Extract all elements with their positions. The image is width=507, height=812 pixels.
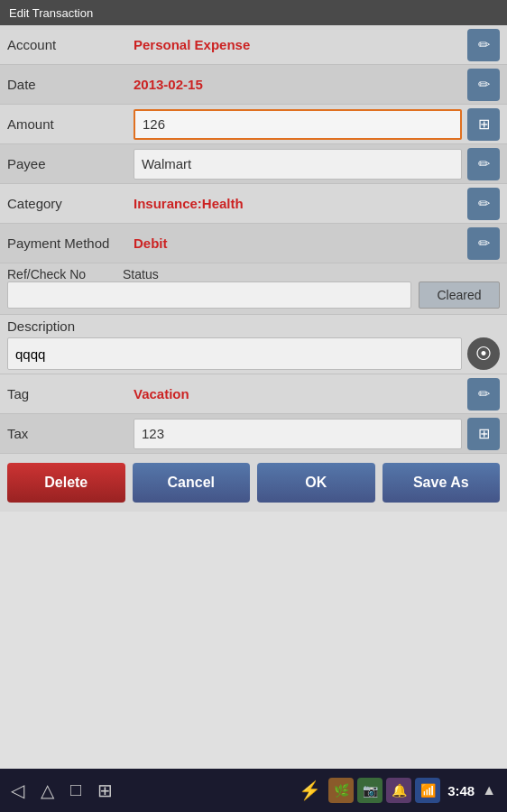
ref-check-input[interactable] — [7, 281, 411, 309]
ref-status-inputs: Cleared — [0, 281, 507, 314]
account-label: Account — [7, 37, 134, 52]
tag-row: Tag Vacation ✏ — [0, 374, 507, 414]
signal-icon: ▲ — [482, 782, 496, 798]
tag-value: Vacation — [134, 386, 467, 401]
cancel-button[interactable]: Cancel — [133, 463, 251, 503]
description-label: Description — [7, 318, 500, 334]
charge-icon: ⚡ — [299, 780, 321, 801]
recents-icon[interactable]: □ — [70, 780, 81, 801]
account-row: Account Personal Expense ✏ — [0, 25, 507, 65]
payee-label: Payee — [7, 156, 134, 171]
home-icon[interactable]: △ — [41, 780, 54, 801]
app-icon-2[interactable]: 📷 — [357, 778, 383, 803]
tag-label: Tag — [7, 386, 134, 401]
app-icon-3[interactable]: 🔔 — [386, 778, 411, 803]
category-label: Category — [7, 196, 134, 211]
account-edit-button[interactable]: ✏ — [467, 29, 500, 61]
status-label: Status — [123, 267, 177, 281]
amount-label: Amount — [7, 116, 134, 132]
delete-button[interactable]: Delete — [7, 463, 125, 503]
ref-check-label: Ref/Check No — [7, 267, 115, 281]
amount-calc-button[interactable]: ⊞ — [467, 108, 500, 141]
date-row: Date 2013-02-15 ✏ — [0, 65, 507, 105]
tax-label: Tax — [7, 426, 134, 441]
ok-button[interactable]: OK — [257, 463, 375, 503]
app-icons: 🌿 📷 🔔 📶 — [328, 778, 440, 803]
main-form: Account Personal Expense ✏ Date 2013-02-… — [0, 25, 507, 512]
app-icon-1[interactable]: 🌿 — [328, 778, 354, 803]
menu-icon[interactable]: ⊞ — [97, 780, 113, 801]
date-edit-button[interactable]: ✏ — [467, 69, 500, 101]
tax-row: Tax ⊞ — [0, 414, 507, 454]
tax-calc-button[interactable]: ⊞ — [467, 418, 500, 450]
description-input-row: ⦿ — [7, 337, 500, 370]
category-row: Category Insurance:Health ✏ — [0, 184, 507, 224]
category-edit-button[interactable]: ✏ — [467, 188, 500, 220]
description-input[interactable] — [7, 337, 462, 370]
payment-method-row: Payment Method Debit ✏ — [0, 224, 507, 263]
back-icon[interactable]: ◁ — [11, 780, 24, 801]
title-label: Edit Transaction — [9, 6, 93, 20]
button-row: Delete Cancel OK Save As — [0, 454, 507, 512]
account-value: Personal Expense — [134, 37, 467, 52]
amount-row: Amount ⊞ — [0, 105, 507, 144]
category-value: Insurance:Health — [134, 196, 467, 211]
tag-edit-button[interactable]: ✏ — [467, 378, 500, 411]
nav-left-icons: ◁ △ □ ⊞ — [11, 780, 113, 801]
app-icon-4[interactable]: 📶 — [415, 778, 440, 803]
ref-status-labels: Ref/Check No Status — [0, 263, 507, 281]
date-label: Date — [7, 77, 134, 92]
description-row: Description ⦿ — [0, 315, 507, 374]
tax-input[interactable] — [134, 419, 462, 449]
title-bar: Edit Transaction — [0, 0, 507, 25]
time-display: 3:48 — [447, 783, 475, 798]
date-value: 2013-02-15 — [134, 77, 467, 92]
camera-icon-button[interactable]: ⦿ — [467, 337, 500, 370]
amount-input[interactable] — [134, 109, 462, 140]
save-as-button[interactable]: Save As — [383, 463, 501, 503]
payee-row: Payee ✏ — [0, 144, 507, 184]
ref-status-container: Ref/Check No Status Cleared — [0, 263, 507, 315]
payment-method-edit-button[interactable]: ✏ — [467, 227, 500, 260]
payment-method-value: Debit — [134, 235, 467, 251]
payment-method-label: Payment Method — [7, 235, 134, 251]
payee-input[interactable] — [134, 149, 462, 180]
nav-right: ⚡ 🌿 📷 🔔 📶 3:48 ▲ — [299, 778, 496, 803]
nav-bar: ◁ △ □ ⊞ ⚡ 🌿 📷 🔔 📶 3:48 ▲ — [0, 769, 507, 812]
status-button[interactable]: Cleared — [419, 281, 500, 309]
payee-edit-button[interactable]: ✏ — [467, 148, 500, 180]
